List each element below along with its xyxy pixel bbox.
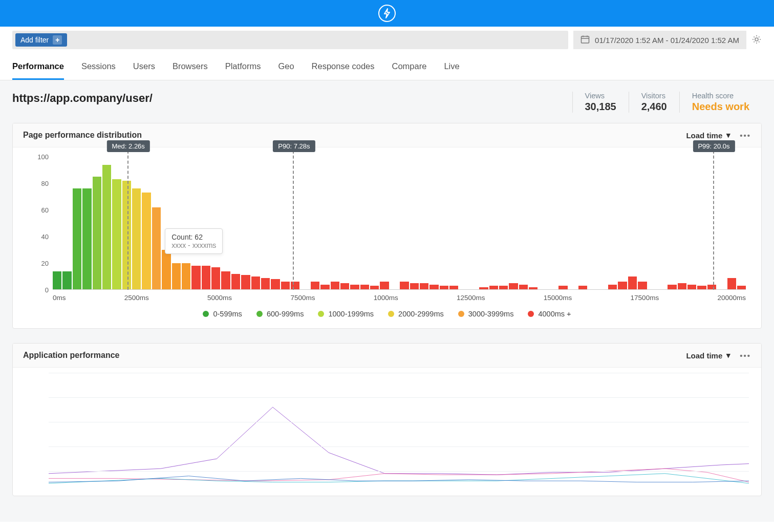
histogram-bar[interactable] bbox=[102, 165, 111, 290]
legend-swatch bbox=[388, 311, 394, 317]
tab-users[interactable]: Users bbox=[133, 54, 155, 80]
legend-label: 2000-2999ms bbox=[398, 310, 444, 318]
panel-app-performance-header: Application performance Load time ▾ ••• bbox=[13, 344, 761, 368]
histogram-bar[interactable] bbox=[727, 278, 736, 290]
app-performance-more-menu[interactable]: ••• bbox=[740, 351, 751, 360]
line-series-purple[interactable] bbox=[49, 407, 749, 475]
histogram-bar[interactable] bbox=[172, 263, 181, 290]
distribution-plot[interactable]: 020406080100 Med: 2.26sP90: 7.28sP99: 20… bbox=[53, 157, 746, 290]
x-tick: 12500ms bbox=[457, 294, 485, 302]
tab-live[interactable]: Live bbox=[444, 54, 459, 80]
histogram-bar[interactable] bbox=[202, 266, 210, 290]
histogram-bar[interactable] bbox=[93, 177, 101, 290]
histogram-bar[interactable] bbox=[400, 282, 408, 290]
legend-swatch bbox=[256, 311, 263, 317]
histogram-bar[interactable] bbox=[221, 271, 230, 290]
calendar-icon bbox=[580, 35, 590, 46]
y-tick: 40 bbox=[41, 233, 49, 241]
histogram-bar[interactable] bbox=[152, 207, 161, 290]
histogram-bar[interactable] bbox=[182, 263, 190, 290]
histogram-bar[interactable] bbox=[231, 274, 240, 290]
histogram-bar[interactable] bbox=[271, 279, 280, 290]
date-range-picker[interactable]: 01/17/2020 1:52 AM - 01/24/2020 1:52 AM bbox=[573, 31, 746, 49]
histogram-bar[interactable] bbox=[251, 276, 260, 290]
histogram-bar[interactable] bbox=[291, 282, 299, 290]
histogram-bar[interactable] bbox=[191, 266, 200, 290]
histogram-bar[interactable] bbox=[638, 282, 647, 290]
app-performance-metric-dropdown-label: Load time bbox=[686, 351, 722, 360]
app-performance-body: xxxxxxxxxxxxxxxxxxxxx bbox=[13, 368, 761, 496]
gridline bbox=[49, 397, 749, 398]
histogram-bar[interactable] bbox=[380, 282, 389, 290]
histogram-bar[interactable] bbox=[112, 179, 121, 290]
legend-item[interactable]: 4000ms + bbox=[528, 310, 571, 318]
metric-visitors-label: Visitors bbox=[641, 92, 667, 100]
metric-views-label: Views bbox=[585, 92, 616, 100]
x-tick: 2500ms bbox=[124, 294, 149, 302]
percentile-marker-label: Med: 2.26s bbox=[107, 140, 150, 152]
panel-distribution-title: Page performance distribution bbox=[23, 131, 142, 140]
app-performance-plot[interactable]: xxxxxxxxxxxxxxxxxxxxx bbox=[49, 373, 749, 496]
tab-performance[interactable]: Performance bbox=[12, 54, 64, 80]
histogram-bar[interactable] bbox=[122, 181, 131, 290]
legend-item[interactable]: 0-599ms bbox=[203, 310, 242, 318]
legend-swatch bbox=[528, 311, 534, 317]
histogram-bar[interactable] bbox=[281, 282, 290, 290]
histogram-bar[interactable] bbox=[331, 282, 339, 290]
distribution-metric-dropdown[interactable]: Load time ▾ bbox=[686, 131, 730, 140]
histogram-bar[interactable] bbox=[211, 267, 220, 290]
histogram-bar[interactable] bbox=[53, 271, 61, 290]
tab-response-codes[interactable]: Response codes bbox=[312, 54, 375, 80]
histogram-bar[interactable] bbox=[628, 276, 637, 290]
metric-health-value: Needs work bbox=[692, 101, 749, 113]
settings-gear-icon[interactable] bbox=[751, 34, 762, 46]
y-tick: 60 bbox=[41, 206, 49, 214]
page-url: https://app.company/user/ bbox=[12, 92, 153, 105]
histogram-bar[interactable] bbox=[132, 188, 141, 290]
tab-browsers[interactable]: Browsers bbox=[173, 54, 208, 80]
distribution-y-axis: 020406080100 bbox=[23, 157, 49, 290]
legend-item[interactable]: 2000-2999ms bbox=[388, 310, 444, 318]
gridline bbox=[49, 471, 749, 472]
y-tick: 20 bbox=[41, 260, 49, 267]
tab-sessions[interactable]: Sessions bbox=[81, 54, 116, 80]
tab-geo[interactable]: Geo bbox=[278, 54, 294, 80]
legend-swatch bbox=[203, 311, 209, 317]
app-performance-metric-dropdown[interactable]: Load time ▾ bbox=[686, 351, 730, 360]
distribution-bars bbox=[53, 157, 746, 290]
percentile-marker: Med: 2.26s bbox=[127, 151, 128, 290]
filter-bar[interactable]: Add filter + bbox=[12, 31, 568, 49]
svg-rect-0 bbox=[582, 36, 589, 43]
percentile-marker: P90: 7.28s bbox=[293, 151, 294, 290]
histogram-bar[interactable] bbox=[162, 250, 170, 290]
histogram-bar[interactable] bbox=[73, 188, 81, 290]
histogram-bar[interactable] bbox=[261, 278, 270, 290]
add-filter-label: Add filter bbox=[20, 36, 49, 44]
legend-swatch bbox=[318, 311, 324, 317]
distribution-baseline bbox=[53, 289, 746, 290]
distribution-more-menu[interactable]: ••• bbox=[740, 131, 751, 140]
histogram-bar[interactable] bbox=[82, 188, 91, 290]
metric-views: Views 30,185 bbox=[572, 92, 629, 113]
histogram-bar[interactable] bbox=[142, 193, 150, 290]
panel-distribution: Page performance distribution Load time … bbox=[12, 123, 762, 329]
tab-compare[interactable]: Compare bbox=[392, 54, 427, 80]
legend-label: 0-599ms bbox=[213, 310, 242, 318]
gridline bbox=[49, 446, 749, 447]
legend-item[interactable]: 1000-1999ms bbox=[318, 310, 374, 318]
page-header: https://app.company/user/ Views 30,185 V… bbox=[12, 92, 762, 113]
x-tick: 15000ms bbox=[544, 294, 572, 302]
histogram-bar[interactable] bbox=[241, 275, 250, 290]
legend-item[interactable]: 600-999ms bbox=[256, 310, 304, 318]
bar-tooltip: Count: 62xxxx - xxxxms bbox=[165, 228, 223, 254]
histogram-bar[interactable] bbox=[311, 282, 319, 290]
y-tick: 0 bbox=[45, 286, 49, 294]
legend-item[interactable]: 3000-3999ms bbox=[458, 310, 514, 318]
metric-health: Health score Needs work bbox=[679, 92, 762, 113]
tab-platforms[interactable]: Platforms bbox=[225, 54, 261, 80]
metric-health-label: Health score bbox=[692, 92, 749, 100]
histogram-bar[interactable] bbox=[62, 271, 71, 290]
add-filter-button[interactable]: Add filter + bbox=[15, 33, 67, 47]
chevron-down-icon: ▾ bbox=[726, 351, 730, 360]
histogram-bar[interactable] bbox=[618, 282, 627, 290]
